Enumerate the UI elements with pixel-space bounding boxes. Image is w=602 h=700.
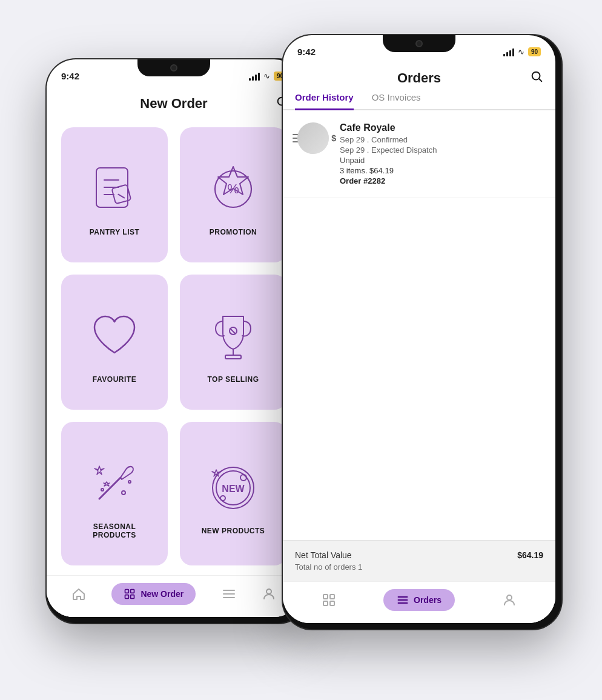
order-details-1: Cafe Royale Sep 29 . Confirmed Sep 29 . …	[340, 122, 543, 185]
grid-icon-2	[322, 593, 336, 607]
svg-point-17	[128, 481, 131, 483]
svg-point-15	[122, 491, 125, 495]
svg-point-30	[266, 589, 271, 594]
svg-text:%: %	[227, 181, 239, 196]
order-item-1[interactable]: $ Cafe Royale Sep 29 . Confirmed Sep 29 …	[283, 110, 555, 198]
nav2-profile[interactable]	[496, 589, 523, 611]
orders-screen: Orders Order History OS Invoices	[283, 62, 555, 623]
footer-net-total-label: Net Total Value	[295, 550, 352, 560]
orders-title: Orders	[397, 70, 441, 86]
nav2-grid[interactable]	[316, 589, 342, 611]
favourite-label: FAVOURITE	[93, 375, 136, 384]
top-selling-label: TOP SELLING	[207, 375, 259, 384]
signal-icon-1	[249, 72, 260, 81]
nav-new-order[interactable]: New Order	[111, 583, 196, 605]
orders-tabs: Order History OS Invoices	[283, 86, 555, 110]
phone-orders: 9:42 ∿ 90 Orders	[283, 35, 561, 629]
nav-new-order-label: New Order	[141, 589, 184, 599]
nav2-orders-label: Orders	[414, 595, 442, 605]
promotion-label: PROMOTION	[210, 228, 257, 236]
category-top-selling[interactable]: TOP SELLING	[180, 275, 286, 410]
favourite-icon-area	[84, 306, 145, 367]
svg-line-32	[539, 79, 541, 81]
nav-orders-1[interactable]	[222, 587, 236, 601]
svg-rect-35	[323, 601, 328, 605]
category-pantry-list[interactable]: PANTRY LIST	[61, 127, 168, 262]
svg-point-21	[240, 475, 246, 481]
svg-line-7	[118, 193, 124, 199]
svg-text:NEW: NEW	[222, 484, 245, 494]
grid-icon-1	[124, 588, 136, 600]
new-order-screen: New Order	[47, 86, 301, 617]
tab-order-history[interactable]: Order History	[295, 92, 354, 110]
svg-rect-23	[125, 589, 129, 593]
dollar-sign-icon: $	[331, 133, 336, 143]
category-seasonal[interactable]: SEASONAL PRODUCTS	[61, 422, 168, 565]
order-avatar-1	[297, 122, 329, 154]
phone-new-order: 9:42 ∿ 90 New Order	[47, 59, 307, 623]
trophy-icon	[206, 309, 260, 364]
new-products-icon-area: NEW	[203, 458, 263, 518]
svg-line-13	[230, 328, 235, 333]
camera-dot-1	[170, 64, 177, 72]
tab-os-invoices[interactable]: OS Invoices	[372, 92, 421, 110]
svg-point-40	[507, 595, 512, 600]
orders-footer: Net Total Value $64.19 Total no of order…	[283, 540, 555, 581]
wifi-icon-2: ∿	[518, 47, 524, 56]
promotion-icon-area: %	[203, 159, 263, 219]
bottom-nav-2: Orders	[283, 581, 555, 623]
svg-rect-11	[225, 355, 241, 359]
orders-list: $ Cafe Royale Sep 29 . Confirmed Sep 29 …	[283, 110, 555, 540]
orders-header: Orders	[283, 62, 555, 86]
svg-rect-33	[323, 595, 328, 599]
search-button-2[interactable]	[530, 70, 543, 86]
favourite-icon	[87, 309, 142, 364]
category-new-products[interactable]: NEW NEW PRODUCTS	[180, 422, 286, 565]
category-promotion[interactable]: % PROMOTION	[180, 127, 286, 262]
order-payment-status-1: Unpaid	[340, 156, 543, 165]
person-icon-1	[262, 587, 276, 601]
bottom-nav-1: New Order	[47, 575, 301, 617]
footer-total-row: Net Total Value $64.19	[295, 550, 543, 560]
battery-badge-2: 90	[528, 47, 541, 56]
notch-2	[383, 35, 455, 52]
svg-rect-24	[131, 589, 134, 593]
svg-point-16	[101, 488, 104, 491]
order-dispatch-date-1: Sep 29 . Expected Dispatch	[340, 145, 543, 155]
nav-home[interactable]	[71, 587, 86, 601]
pantry-list-label: PANTRY LIST	[90, 228, 140, 236]
status-icons-2: ∿ 90	[503, 47, 541, 56]
order-number-1: Order #2282	[340, 176, 543, 185]
status-time-2: 9:42	[297, 47, 316, 57]
nav2-orders[interactable]: Orders	[383, 589, 455, 611]
order-name-1: Cafe Royale	[340, 122, 543, 133]
footer-orders-count: Total no of orders 1	[295, 562, 543, 572]
new-order-header: New Order	[47, 86, 301, 118]
order-confirmed-date-1: Sep 29 . Confirmed	[340, 135, 543, 144]
camera-dot-2	[415, 40, 423, 47]
signal-icon-2	[503, 48, 514, 56]
svg-rect-26	[131, 595, 134, 598]
pantry-list-icon	[87, 162, 142, 216]
svg-rect-36	[330, 601, 334, 605]
seasonal-icon	[87, 456, 142, 511]
wifi-icon-1: ∿	[263, 72, 270, 81]
svg-rect-25	[125, 595, 129, 598]
list-icon-2	[397, 594, 409, 606]
seasonal-icon-area	[84, 453, 145, 514]
new-products-label: NEW PRODUCTS	[202, 527, 265, 535]
category-favourite[interactable]: FAVOURITE	[61, 275, 168, 410]
new-products-icon: NEW	[206, 461, 260, 515]
order-avatar-container: $	[295, 122, 331, 154]
pantry-list-icon-area	[84, 159, 145, 219]
home-icon	[71, 587, 86, 601]
svg-point-22	[220, 496, 225, 501]
svg-rect-34	[330, 595, 334, 599]
nav-profile-1[interactable]	[262, 587, 276, 601]
notch-1	[137, 59, 210, 76]
new-order-title: New Order	[140, 96, 207, 112]
category-grid: PANTRY LIST % PROMOTION	[47, 118, 301, 575]
top-selling-icon-area	[203, 306, 263, 367]
promotion-icon: %	[206, 162, 260, 216]
list-icon-1	[222, 587, 236, 601]
